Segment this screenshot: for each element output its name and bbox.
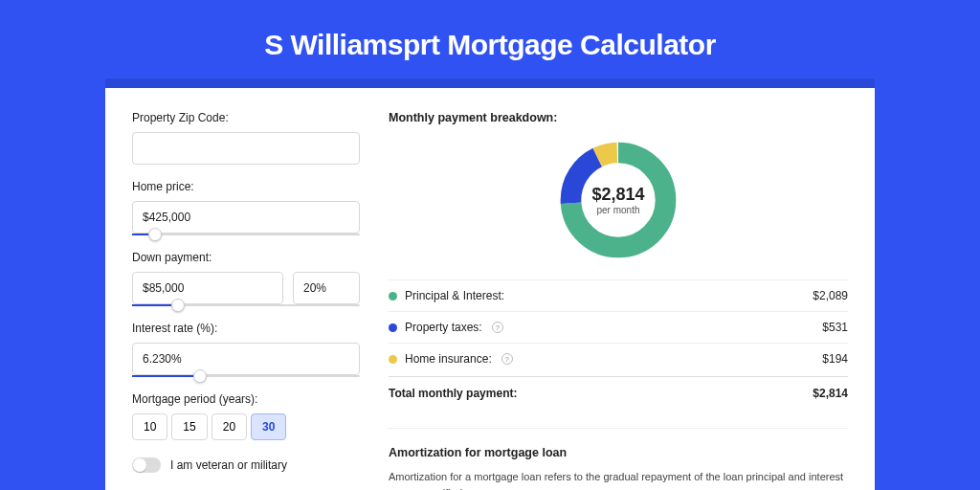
info-icon[interactable]: ? — [501, 353, 513, 365]
breakdown-total-value: $2,814 — [813, 387, 848, 400]
donut-sub: per month — [596, 205, 639, 215]
breakdown-label-tax: Property taxes: — [405, 321, 482, 334]
down-payment-input[interactable] — [132, 272, 283, 304]
breakdown-total-label: Total monthly payment: — [389, 387, 517, 400]
page-title: S Williamsprt Mortgage Calculator — [0, 29, 980, 61]
veteran-row: I am veteran or military — [132, 457, 360, 473]
dot-ins — [389, 355, 397, 364]
interest-slider-handle[interactable] — [193, 369, 207, 383]
breakdown-value-tax: $531 — [822, 321, 848, 334]
down-payment-pct-input[interactable] — [293, 272, 360, 304]
breakdown-value-pi: $2,089 — [813, 289, 848, 302]
period-field: Mortgage period (years): 10 15 20 30 — [132, 392, 360, 440]
breakdown-row-total: Total monthly payment: $2,814 — [389, 376, 848, 409]
dot-tax — [389, 323, 397, 332]
veteran-toggle[interactable] — [132, 457, 161, 473]
period-label: Mortgage period (years): — [132, 392, 360, 406]
donut-chart-wrap: $2,814 per month — [389, 138, 848, 262]
breakdown-label-ins: Home insurance: — [405, 352, 492, 366]
home-price-slider[interactable] — [132, 234, 360, 235]
interest-label: Interest rate (%): — [132, 322, 360, 335]
form-column: Property Zip Code: Home price: Down paym… — [132, 111, 360, 490]
down-payment-field: Down payment: — [132, 251, 360, 306]
zip-label: Property Zip Code: — [132, 111, 360, 124]
interest-field: Interest rate (%): — [132, 322, 360, 377]
breakdown-row-pi: Principal & Interest: $2,089 — [389, 279, 848, 311]
down-payment-label: Down payment: — [132, 251, 360, 264]
donut-center: $2,814 per month — [556, 138, 680, 262]
home-price-field: Home price: — [132, 180, 360, 235]
home-price-slider-handle[interactable] — [148, 228, 162, 241]
donut-chart: $2,814 per month — [556, 138, 680, 262]
veteran-toggle-knob — [133, 458, 146, 472]
donut-amount: $2,814 — [591, 185, 644, 205]
interest-slider[interactable] — [132, 375, 360, 377]
breakdown-column: Monthly payment breakdown: $2,814 per mo… — [389, 111, 848, 490]
calculator-card: Property Zip Code: Home price: Down paym… — [105, 88, 875, 490]
breakdown-title: Monthly payment breakdown: — [389, 111, 848, 124]
amortization-section: Amortization for mortgage loan Amortizat… — [389, 428, 848, 490]
amortization-title: Amortization for mortgage loan — [389, 446, 848, 459]
breakdown-label-pi: Principal & Interest: — [405, 289, 504, 302]
period-option-30[interactable]: 30 — [251, 413, 286, 440]
breakdown-value-ins: $194 — [822, 352, 848, 366]
down-payment-slider[interactable] — [132, 304, 360, 306]
period-option-20[interactable]: 20 — [212, 413, 247, 440]
dot-pi — [389, 292, 397, 301]
header-strip — [105, 78, 875, 88]
period-options: 10 15 20 30 — [132, 413, 360, 440]
period-option-15[interactable]: 15 — [171, 413, 207, 440]
home-price-label: Home price: — [132, 180, 360, 193]
down-payment-slider-handle[interactable] — [171, 299, 185, 312]
interest-input[interactable] — [132, 343, 360, 375]
breakdown-row-tax: Property taxes: ? $531 — [389, 311, 848, 343]
info-icon[interactable]: ? — [492, 322, 503, 333]
period-option-10[interactable]: 10 — [132, 413, 167, 440]
zip-input[interactable] — [132, 132, 360, 165]
amortization-text: Amortization for a mortgage loan refers … — [389, 469, 848, 490]
veteran-label: I am veteran or military — [170, 458, 287, 472]
home-price-input[interactable] — [132, 201, 360, 234]
zip-field: Property Zip Code: — [132, 111, 360, 165]
breakdown-row-ins: Home insurance: ? $194 — [389, 343, 848, 374]
